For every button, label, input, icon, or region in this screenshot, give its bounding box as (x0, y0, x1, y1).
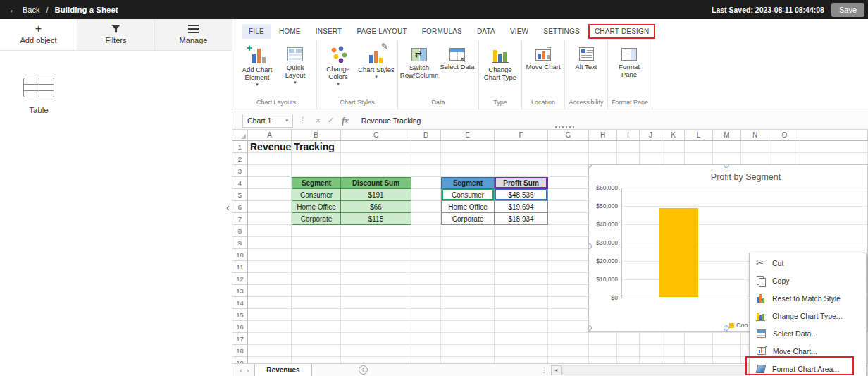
cell-K19[interactable] (662, 357, 685, 363)
formula-bar-menu-icon[interactable]: ⋮ (299, 116, 306, 125)
cell-G9[interactable] (548, 237, 589, 249)
column-header-C[interactable]: C (341, 130, 411, 141)
cell-D16[interactable] (411, 321, 441, 333)
cell-J18[interactable] (640, 345, 662, 357)
cell-E12[interactable] (441, 273, 495, 285)
cell-E15[interactable] (441, 309, 495, 321)
cell-A3[interactable] (248, 165, 292, 177)
cell-G15[interactable] (548, 309, 589, 321)
column-header-E[interactable]: E (441, 130, 495, 141)
cell-F11[interactable] (495, 261, 548, 273)
cell-G18[interactable] (548, 345, 589, 357)
cell-B12[interactable] (292, 273, 341, 285)
cell-C2[interactable] (341, 153, 411, 165)
cell-F10[interactable] (495, 249, 548, 261)
cell-A16[interactable] (248, 321, 292, 333)
add-chart-element-button[interactable]: Add Chart Element▾ (238, 40, 276, 97)
accept-icon[interactable]: ✓ (328, 116, 334, 125)
cell-E17[interactable] (441, 333, 495, 345)
cell-K1[interactable] (662, 141, 685, 153)
tab-file[interactable]: FILE (242, 24, 271, 39)
row-header-15[interactable]: 15 (232, 309, 248, 321)
cell-D2[interactable] (411, 153, 441, 165)
cell-B5[interactable]: Consumer (292, 189, 341, 201)
cell-B3[interactable] (292, 165, 341, 177)
column-header-N[interactable]: N (741, 130, 769, 141)
menu-item-cut[interactable]: Cut (750, 254, 866, 272)
column-header-extra[interactable] (800, 130, 868, 141)
cell-F7[interactable]: $18,934 (495, 213, 548, 225)
cell-A5[interactable] (248, 189, 292, 201)
cell-I18[interactable] (617, 345, 640, 357)
cell-O2[interactable] (769, 153, 800, 165)
cell-A14[interactable] (248, 297, 292, 309)
cell-F14[interactable] (495, 297, 548, 309)
cell-K18[interactable] (662, 345, 685, 357)
cell-H18[interactable] (589, 345, 617, 357)
cell-F9[interactable] (495, 237, 548, 249)
cell-G19[interactable] (548, 357, 589, 363)
save-button[interactable]: Save (831, 3, 864, 17)
sidebar-object-table[interactable]: Table (0, 78, 78, 114)
cell-C16[interactable] (341, 321, 411, 333)
cell-A12[interactable] (248, 273, 292, 285)
cell-G17[interactable] (548, 333, 589, 345)
switch-row-column-button[interactable]: Switch Row/Column (400, 40, 438, 97)
cell-B19[interactable] (292, 357, 341, 363)
cell-D11[interactable] (411, 261, 441, 273)
cell-C15[interactable] (341, 309, 411, 321)
cell-C5[interactable]: $191 (341, 189, 411, 201)
cell-C6[interactable]: $66 (341, 201, 411, 213)
column-header-F[interactable]: F (495, 130, 548, 141)
cell-L2[interactable] (685, 153, 713, 165)
cell-F12[interactable] (495, 273, 548, 285)
column-header-I[interactable]: I (617, 130, 640, 141)
tab-view[interactable]: VIEW (504, 24, 535, 39)
cell-I1[interactable] (617, 141, 640, 153)
cell-G11[interactable] (548, 261, 589, 273)
cell-G2[interactable] (548, 153, 589, 165)
cell-E18[interactable] (441, 345, 495, 357)
cell-E8[interactable] (441, 225, 495, 237)
row-header-18[interactable]: 18 (232, 345, 248, 357)
cell-A13[interactable] (248, 285, 292, 297)
cell-A7[interactable] (248, 213, 292, 225)
select-all-corner[interactable] (232, 130, 248, 141)
column-header-D[interactable]: D (411, 130, 441, 141)
cell-E10[interactable] (441, 249, 495, 261)
sidebar-action-filters[interactable]: Filters (78, 19, 155, 50)
column-header-G[interactable]: G (548, 130, 589, 141)
column-header-L[interactable]: L (685, 130, 713, 141)
column-header-H[interactable]: H (589, 130, 617, 141)
cell-K2[interactable] (662, 153, 685, 165)
cell-B9[interactable] (292, 237, 341, 249)
cell-A19[interactable] (248, 357, 292, 363)
cell-E19[interactable] (441, 357, 495, 363)
cell-H17[interactable] (589, 333, 617, 345)
sidebar-collapse-button[interactable]: ‹ (226, 201, 230, 213)
cell-F19[interactable] (495, 357, 548, 363)
cell-C10[interactable] (341, 249, 411, 261)
cell-E3[interactable] (441, 165, 495, 177)
cell-D9[interactable] (411, 237, 441, 249)
pane-splitter-handle[interactable] (555, 126, 575, 128)
cell-D7[interactable] (411, 213, 441, 225)
cell-B16[interactable] (292, 321, 341, 333)
cancel-icon[interactable]: × (316, 116, 321, 126)
row-header-13[interactable]: 13 (232, 285, 248, 297)
cell-C8[interactable] (341, 225, 411, 237)
chart-handle-top-left[interactable] (588, 164, 592, 168)
cell-F4[interactable]: Profit Sum (495, 177, 548, 189)
cell-C17[interactable] (341, 333, 411, 345)
cell-E9[interactable] (441, 237, 495, 249)
cell-B15[interactable] (292, 309, 341, 321)
cell-C9[interactable] (341, 237, 411, 249)
cell-F18[interactable] (495, 345, 548, 357)
cell-L18[interactable] (685, 345, 713, 357)
cell-A10[interactable] (248, 249, 292, 261)
sheet-tab-revenues[interactable]: Revenues (254, 364, 311, 376)
column-header-J[interactable]: J (640, 130, 662, 141)
cell-D5[interactable] (411, 189, 441, 201)
cell-A2[interactable] (248, 153, 292, 165)
cell-A15[interactable] (248, 309, 292, 321)
